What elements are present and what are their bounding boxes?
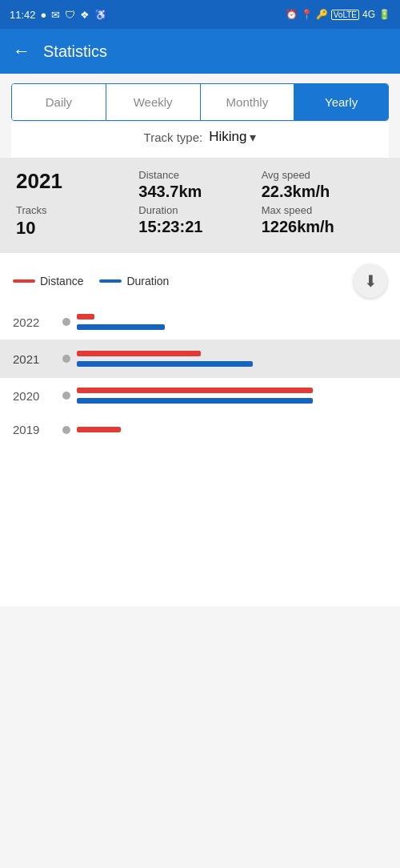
chart-rows-container: 2022 2021 2020 20	[13, 304, 387, 446]
tracks-value: 10	[16, 218, 138, 239]
status-time: 11:42	[10, 9, 36, 21]
year-label-2020: 2020	[13, 389, 56, 403]
dot-2019	[62, 426, 70, 434]
tab-yearly[interactable]: Yearly	[294, 84, 388, 120]
year-label-2019: 2019	[13, 423, 56, 436]
track-type-dropdown[interactable]: Hiking ▾	[209, 129, 256, 145]
accessibility-icon: ♿	[94, 9, 107, 21]
avg-speed-label: Avg speed	[262, 169, 384, 181]
status-bar: 11:42 ● ✉ 🛡 ❖ ♿ ⏰ 📍 🔑 VoLTE 4G 🔋	[0, 0, 400, 29]
message-icon: ✉	[51, 9, 60, 21]
distance-bar-2019	[77, 427, 121, 432]
chart-row-2022: 2022	[13, 304, 387, 340]
duration-value: 15:23:21	[138, 218, 261, 236]
chart-row-2019: 2019	[13, 413, 387, 446]
avg-speed-label-cell: Avg speed 22.3km/h	[262, 169, 384, 201]
distance-bar-2022	[77, 314, 94, 319]
chart-row-2020: 2020	[13, 378, 387, 413]
distance-bar-2020	[77, 388, 313, 393]
tab-bar: Daily Weekly Monthly Yearly	[11, 83, 389, 121]
chart-area: Distance Duration ⬇ 2022 2021	[0, 253, 400, 446]
tracks-cell: Tracks 10	[16, 204, 138, 239]
volte-icon: VoLTE	[331, 10, 359, 20]
bars-2022	[56, 314, 387, 330]
dot-2020	[62, 392, 70, 400]
chart-row-2021: 2021	[0, 340, 400, 378]
stats-block: 2021 Distance 343.7km Avg speed 22.3km/h…	[0, 158, 400, 253]
bottom-space	[0, 446, 400, 606]
year-value: 2021	[16, 169, 138, 201]
status-left: 11:42 ● ✉ 🛡 ❖ ♿	[10, 9, 107, 21]
duration-cell: Duration 15:23:21	[138, 204, 261, 239]
max-speed-cell: Max speed 1226km/h	[262, 204, 384, 239]
track-type-value: Hiking	[209, 129, 246, 145]
track-type-label: Track type:	[144, 131, 203, 144]
tab-monthly[interactable]: Monthly	[201, 84, 295, 120]
location-icon: 📍	[301, 9, 313, 20]
tab-weekly[interactable]: Weekly	[106, 84, 201, 120]
app-header: ← Statistics	[0, 29, 400, 74]
layers-icon: ❖	[80, 9, 90, 21]
max-speed-value: 1226km/h	[262, 218, 384, 236]
dot-2021	[62, 355, 70, 363]
distance-legend-label: Distance	[40, 275, 83, 287]
clock-icon: ⏰	[286, 9, 298, 20]
4g-icon: 4G	[362, 9, 375, 20]
duration-bar-2022	[77, 324, 165, 330]
legend-duration: Duration	[99, 275, 169, 287]
tab-daily[interactable]: Daily	[12, 84, 106, 120]
duration-label: Duration	[138, 204, 261, 216]
duration-bar-2020	[77, 398, 313, 404]
dot-2022	[62, 318, 70, 326]
export-button[interactable]: ⬇	[354, 264, 387, 298]
back-button[interactable]: ←	[13, 41, 30, 62]
year-label-2021: 2021	[13, 352, 56, 366]
tracks-label: Tracks	[16, 204, 138, 216]
duration-legend-label: Duration	[126, 275, 169, 287]
dropdown-arrow-icon: ▾	[250, 130, 256, 145]
avg-speed-value: 22.3km/h	[262, 183, 384, 201]
distance-bar-2021	[77, 351, 201, 356]
key-icon: 🔑	[316, 9, 328, 20]
bars-2020	[56, 388, 387, 404]
battery-icon: 🔋	[378, 9, 390, 20]
shield-icon: 🛡	[65, 9, 75, 21]
bars-2019	[56, 427, 387, 432]
year-label-2022: 2022	[13, 315, 56, 329]
page-title: Statistics	[43, 42, 107, 61]
bars-2021	[56, 351, 400, 367]
distance-label: Distance	[138, 169, 261, 181]
max-speed-label: Max speed	[262, 204, 384, 216]
duration-bar-2021	[77, 361, 253, 367]
distance-legend-line	[13, 279, 35, 283]
distance-value: 343.7km	[138, 183, 261, 201]
chart-legend: Distance Duration	[13, 275, 169, 287]
legend-distance: Distance	[13, 275, 83, 287]
duration-legend-line	[99, 279, 122, 283]
signal-icon: ●	[41, 9, 47, 21]
status-right: ⏰ 📍 🔑 VoLTE 4G 🔋	[286, 9, 390, 20]
distance-label-cell: Distance 343.7km	[138, 169, 261, 201]
